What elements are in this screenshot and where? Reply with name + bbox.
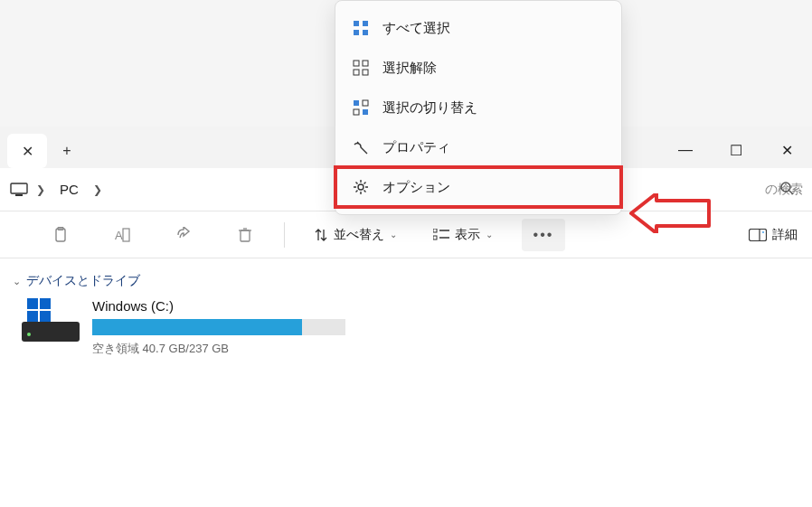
drive-icon — [22, 298, 80, 342]
svg-rect-27 — [363, 100, 368, 106]
menu-item-invert-selection[interactable]: 選択の切り替え — [335, 88, 621, 127]
properties-icon — [352, 138, 370, 156]
sort-icon — [314, 228, 328, 242]
close-window-button[interactable]: ✕ — [761, 132, 812, 168]
close-icon: ✕ — [781, 142, 793, 159]
svg-rect-0 — [11, 183, 27, 193]
tab-close-button[interactable]: ✕ — [7, 134, 47, 168]
divider — [284, 222, 285, 248]
share-button[interactable] — [166, 219, 201, 251]
drive-usage-bar — [92, 319, 345, 335]
section-devices-drives[interactable]: ⌄ デバイスとドライブ — [13, 268, 799, 298]
menu-label: プロパティ — [382, 139, 450, 156]
paste-button[interactable] — [43, 219, 78, 251]
search-box[interactable]: の検索 — [765, 182, 803, 198]
trash-icon — [238, 227, 252, 243]
svg-rect-24 — [354, 70, 359, 75]
maximize-button[interactable]: ☐ — [711, 132, 761, 168]
menu-label: すべて選択 — [382, 20, 450, 37]
menu-item-select-all[interactable]: すべて選択 — [335, 8, 621, 48]
svg-point-2 — [781, 183, 790, 192]
chevron-down-icon: ⌄ — [390, 230, 397, 239]
windows-logo-icon — [27, 298, 51, 322]
svg-rect-23 — [363, 61, 368, 66]
svg-rect-8 — [241, 230, 250, 241]
more-button[interactable]: ••• — [522, 219, 565, 251]
select-none-icon — [352, 59, 370, 77]
svg-rect-15 — [750, 229, 767, 240]
details-label: 詳細 — [772, 227, 798, 243]
ellipsis-icon: ••• — [533, 227, 554, 243]
svg-rect-25 — [363, 70, 368, 75]
annotation-arrow — [629, 193, 711, 233]
search-icon — [779, 181, 794, 199]
clipboard-icon — [52, 227, 69, 243]
drive-item[interactable]: Windows (C:) 空き領域 40.7 GB/237 GB — [13, 298, 799, 357]
svg-rect-21 — [363, 30, 368, 35]
menu-item-properties[interactable]: プロパティ — [335, 127, 621, 167]
rename-button[interactable]: A — [105, 219, 139, 251]
svg-point-30 — [358, 184, 364, 190]
invert-selection-icon — [352, 99, 370, 117]
pc-icon[interactable] — [9, 180, 29, 200]
drive-usage-fill — [92, 319, 302, 335]
svg-rect-12 — [433, 236, 437, 239]
section-title: デバイスとドライブ — [26, 273, 140, 289]
details-pane-icon — [749, 229, 767, 241]
svg-rect-28 — [354, 109, 359, 115]
view-icon — [433, 229, 449, 241]
svg-line-3 — [789, 191, 793, 194]
svg-rect-1 — [15, 194, 23, 196]
menu-item-options[interactable]: オプション — [335, 167, 621, 207]
chevron-right-icon[interactable]: ❯ — [90, 183, 106, 196]
view-button[interactable]: 表示 ⌄ — [426, 221, 500, 249]
new-tab-button[interactable]: + — [47, 134, 87, 168]
svg-text:A: A — [115, 229, 123, 242]
menu-label: 選択の切り替え — [382, 99, 477, 117]
svg-rect-19 — [363, 21, 368, 26]
view-label: 表示 — [455, 227, 480, 243]
drive-free-text: 空き領域 40.7 GB/237 GB — [92, 341, 345, 357]
delete-button[interactable] — [228, 219, 262, 251]
close-icon: ✕ — [22, 143, 33, 160]
menu-label: オプション — [382, 179, 450, 196]
maximize-icon: ☐ — [730, 142, 742, 159]
svg-rect-18 — [354, 21, 359, 26]
more-menu: すべて選択 選択解除 選択の切り替え プロパティ オプション — [335, 0, 622, 215]
breadcrumb-pc[interactable]: PC — [52, 178, 86, 201]
svg-point-17 — [762, 231, 764, 233]
select-all-icon — [352, 19, 370, 37]
share-icon — [175, 227, 192, 243]
chevron-down-icon: ⌄ — [13, 276, 21, 287]
chevron-down-icon: ⌄ — [486, 230, 493, 239]
details-pane-button[interactable]: 詳細 — [741, 221, 805, 249]
content-area: ⌄ デバイスとドライブ Windows (C:) 空き領域 40.7 GB/23… — [0, 258, 812, 366]
options-icon — [352, 178, 370, 196]
minimize-icon: — — [678, 142, 693, 158]
chevron-right-icon[interactable]: ❯ — [33, 183, 49, 196]
svg-rect-22 — [354, 61, 359, 66]
sort-button[interactable]: 並べ替え ⌄ — [307, 221, 404, 249]
menu-item-select-none[interactable]: 選択解除 — [335, 48, 621, 88]
menu-label: 選択解除 — [382, 60, 437, 77]
svg-rect-7 — [123, 229, 129, 241]
svg-rect-29 — [363, 109, 368, 115]
svg-rect-20 — [354, 30, 359, 35]
svg-rect-11 — [433, 229, 437, 232]
drive-name: Windows (C:) — [92, 298, 345, 314]
plus-icon: + — [62, 143, 71, 159]
rename-icon: A — [113, 227, 131, 243]
minimize-button[interactable]: — — [660, 132, 711, 168]
sort-label: 並べ替え — [334, 227, 384, 243]
window-controls: — ☐ ✕ — [660, 132, 812, 168]
drive-meta: Windows (C:) 空き領域 40.7 GB/237 GB — [92, 298, 345, 357]
svg-rect-26 — [354, 100, 359, 106]
svg-rect-4 — [56, 229, 65, 241]
